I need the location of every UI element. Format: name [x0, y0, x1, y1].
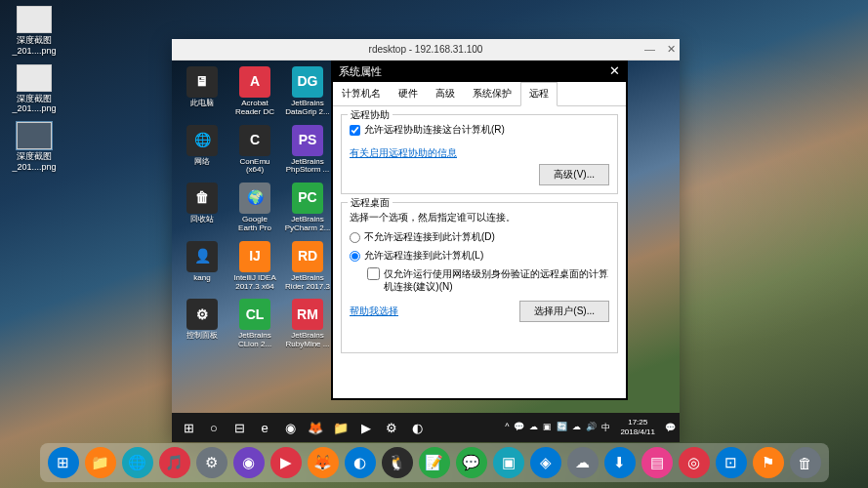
desktop-icon[interactable]: 🌐网络 [178, 125, 227, 176]
taskbar-item[interactable]: ⊞ [176, 415, 201, 440]
dock-item[interactable]: ⬇ [604, 447, 636, 478]
dialog-close-button[interactable]: ✕ [609, 63, 620, 78]
tab-系统保护[interactable]: 系统保护 [464, 82, 520, 105]
close-button[interactable]: ✕ [667, 43, 676, 56]
tray-icon[interactable]: 🔊 [586, 422, 597, 434]
remote-desktop: 🖥此电脑AAcrobatReader DCDGJetBrainsDataGrip… [172, 61, 680, 442]
minimize-button[interactable]: — [644, 43, 655, 56]
dock-item[interactable]: ⊞ [48, 447, 79, 478]
remote-assistance-group: 远程协助 允许远程协助连接这台计算机(R) 有关启用远程协助的信息 高级(V).… [341, 114, 618, 194]
remote-assist-info-link[interactable]: 有关启用远程协助的信息 [350, 146, 457, 160]
remote-desktop-group: 远程桌面 选择一个选项，然后指定谁可以连接。 不允许远程连接到此计算机(D) 允… [341, 202, 618, 353]
dock-item[interactable]: ⊡ [716, 447, 747, 478]
desktop-icon[interactable]: DGJetBrainsDataGrip 2... [283, 66, 332, 117]
help-choose-link[interactable]: 帮助我选择 [350, 305, 398, 318]
taskbar-item[interactable]: 🦊 [303, 415, 328, 440]
remote-desktop-icons: 🖥此电脑AAcrobatReader DCDGJetBrainsDataGrip… [178, 66, 332, 349]
desktop-icon[interactable]: 🖥此电脑 [178, 66, 227, 117]
remote-desktop-instruction: 选择一个选项，然后指定谁可以连接。 [350, 211, 609, 224]
rdesktop-title: rdesktop - 192.168.31.100 [369, 44, 483, 55]
dock-item[interactable]: ☁ [567, 447, 599, 478]
taskbar-item[interactable]: ⚙ [379, 415, 404, 440]
tab-bar: 计算机名硬件高级系统保护远程 [333, 82, 626, 106]
tab-硬件[interactable]: 硬件 [390, 82, 427, 105]
dialog-titlebar[interactable]: 系统属性 ✕ [331, 61, 628, 82]
desktop-icon[interactable]: RDJetBrainsRider 2017.3 [283, 241, 332, 292]
desktop-icon[interactable]: 👤kang [178, 241, 227, 292]
tray-icon[interactable]: 🔄 [557, 422, 567, 434]
rdesktop-titlebar[interactable]: rdesktop - 192.168.31.100 — ✕ [172, 39, 680, 61]
tray-icon[interactable]: ^ [505, 422, 509, 434]
allow-remote-label: 允许远程连接到此计算机(L) [364, 249, 483, 263]
dock-item[interactable]: 🎵 [159, 447, 190, 478]
dock-item[interactable]: ◐ [345, 447, 376, 478]
tray-icon[interactable]: ☁ [529, 422, 538, 434]
tab-远程[interactable]: 远程 [520, 82, 558, 106]
taskbar-item[interactable]: ▶ [353, 415, 379, 440]
desktop-icon[interactable]: 🌍GoogleEarth Pro [230, 183, 279, 233]
remote-desktop-legend: 远程桌面 [348, 196, 393, 210]
rdesktop-window: rdesktop - 192.168.31.100 — ✕ 🖥此电脑AAcrob… [172, 39, 680, 442]
dock-item[interactable]: 📁 [85, 447, 116, 478]
desktop-icon[interactable]: IJIntelliJ IDEA2017.3 x64 [230, 241, 279, 292]
dock-item[interactable]: ◈ [530, 447, 561, 478]
deny-remote-label: 不允许远程连接到此计算机(D) [364, 230, 495, 244]
dock-item[interactable]: ◉ [233, 447, 265, 478]
desktop-icon[interactable]: ⚙控制面板 [178, 299, 227, 349]
desktop-icon[interactable]: 🗑回收站 [178, 183, 227, 233]
taskbar-item[interactable]: ◉ [277, 415, 303, 440]
host-dock: ⊞📁🌐🎵⚙◉▶🦊◐🐧📝💬▣◈☁⬇▤◎⊡⚑🗑 [40, 443, 829, 482]
dock-item[interactable]: 🐧 [382, 447, 413, 478]
taskbar-item[interactable]: ○ [201, 415, 227, 440]
desktop-icon[interactable]: RMJetBrainsRubyMine ... [283, 299, 332, 349]
tray-icon[interactable]: 中 [601, 422, 610, 434]
dock-item[interactable]: 🌐 [122, 447, 153, 478]
dock-item[interactable]: ▤ [641, 447, 673, 478]
desktop-icon[interactable]: CLJetBrainsCLion 2... [230, 299, 279, 349]
dock-item[interactable]: ⚙ [196, 447, 227, 478]
tray-icon[interactable]: ☁ [572, 422, 581, 434]
dock-item[interactable]: ◎ [679, 447, 710, 478]
system-properties-dialog: 系统属性 ✕ 计算机名硬件高级系统保护远程 远程协助 允许远程协助连接这台计算机… [331, 61, 628, 400]
host-screenshot-icon[interactable]: 深度截图_201....png [8, 6, 61, 57]
dock-item[interactable]: ▶ [270, 447, 302, 478]
advanced-button[interactable]: 高级(V)... [539, 164, 609, 185]
tray-icon[interactable]: ▣ [543, 422, 552, 434]
dock-item[interactable]: 💬 [456, 447, 487, 478]
select-users-button[interactable]: 选择用户(S)... [519, 301, 609, 322]
desktop-icon[interactable]: CConEmu(x64) [230, 125, 279, 176]
allow-remote-assist-label: 允许远程协助连接这台计算机(R) [364, 123, 505, 137]
dock-item[interactable]: 🗑 [790, 447, 821, 478]
allow-remote-assist-checkbox[interactable] [350, 125, 360, 136]
desktop-icon[interactable]: AAcrobatReader DC [230, 66, 279, 117]
nla-label: 仅允许运行使用网络级别身份验证的远程桌面的计算机连接(建议)(N) [384, 267, 609, 293]
notification-icon[interactable]: 💬 [665, 423, 676, 432]
dock-item[interactable]: 🦊 [308, 447, 339, 478]
host-screenshot-icon[interactable]: 深度截图_201....png [8, 122, 61, 173]
nla-checkbox[interactable] [367, 267, 380, 280]
taskbar-item[interactable]: 📁 [328, 415, 353, 440]
tab-计算机名[interactable]: 计算机名 [333, 82, 390, 105]
dialog-title: 系统属性 [339, 65, 382, 77]
taskbar-item[interactable]: ◐ [404, 415, 430, 440]
taskbar-clock[interactable]: 17:25 2018/4/11 [616, 418, 659, 436]
dock-item[interactable]: 📝 [419, 447, 450, 478]
remote-assistance-legend: 远程协助 [348, 108, 393, 122]
dock-item[interactable]: ▣ [493, 447, 524, 478]
host-screenshot-icon[interactable]: 深度截图_201....png [8, 64, 61, 115]
host-desktop-icons: 深度截图_201....png深度截图_201....png深度截图_201..… [8, 6, 61, 173]
taskbar-item[interactable]: e [252, 415, 277, 440]
deny-remote-radio[interactable] [350, 232, 360, 243]
desktop-icon[interactable]: PSJetBrainsPhpStorm ... [283, 125, 332, 176]
windows-taskbar: ⊞○⊟e◉🦊📁▶⚙◐ ^💬☁▣🔄☁🔊中 17:25 2018/4/11 💬 [172, 413, 680, 442]
tray-icon[interactable]: 💬 [514, 422, 524, 434]
dock-item[interactable]: ⚑ [753, 447, 784, 478]
taskbar-item[interactable]: ⊟ [227, 415, 252, 440]
tab-高级[interactable]: 高级 [427, 82, 464, 105]
desktop-icon[interactable]: PCJetBrainsPyCharm 2... [283, 183, 332, 233]
allow-remote-radio[interactable] [350, 251, 360, 262]
